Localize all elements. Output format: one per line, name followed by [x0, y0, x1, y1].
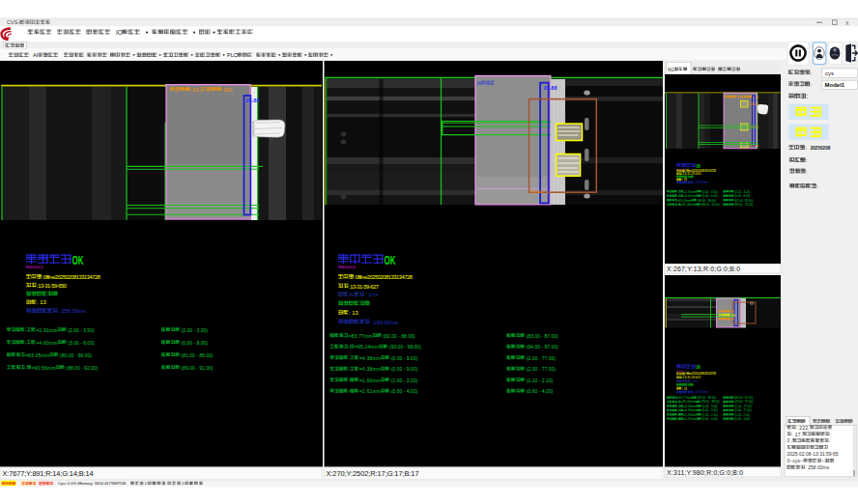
svg-text::(80.00 - 86.00): :(80.00 - 86.00)	[697, 199, 716, 203]
svg-text::(2.00 - 3.50): :(2.00 - 3.50)	[67, 327, 95, 333]
svg-text:: 13: : 13	[37, 299, 46, 305]
svg-text::: :	[829, 437, 830, 443]
svg-text:X:267;Y:13;R:0;G:0;B:0: X:267;Y:13;R:0;G:0;B:0	[667, 266, 740, 272]
svg-text::(3.00 - 6.00): :(3.00 - 6.00)	[67, 340, 95, 346]
svg-text:: 193.00ms: : 193.00ms	[370, 320, 398, 325]
svg-text:: 1ms: : 1ms	[365, 292, 379, 297]
svg-text:: 17,: : 17,	[791, 432, 802, 437]
svg-text::13-31-59-627: :13-31-59-627	[349, 284, 379, 290]
svg-text:OK: OK	[385, 253, 396, 266]
svg-text::(89.00 - 91.00): :(89.00 - 91.00)	[734, 203, 754, 207]
svg-text:X:7677;Y:891;R:14;G:14;B:14: X:7677;Y:891;R:14;G:14;B:14	[3, 469, 94, 478]
svg-text:=1.90mm: =1.90mm	[359, 378, 381, 383]
svg-text::93: :93	[736, 96, 741, 99]
svg-text:-: -	[677, 405, 678, 408]
svg-text:26.88: 26.88	[246, 98, 260, 103]
svg-text:NG:0;0;0: NG:0;0;0	[338, 265, 356, 269]
svg-text::(88.00 - 92.00): :(88.00 - 92.00)	[65, 365, 99, 371]
svg-text:26.88: 26.88	[544, 85, 558, 91]
svg-text:OK: OK	[697, 364, 701, 370]
svg-text::(3.00 - 6.00): :(3.00 - 6.00)	[701, 194, 718, 198]
svg-text::(0.00 - 9.00): :(0.00 - 9.00)	[390, 355, 418, 361]
svg-text::(2.00 - 77.00): :(2.00 - 77.00)	[734, 408, 752, 412]
svg-text:=95.24mm: =95.24mm	[355, 344, 379, 350]
svg-text::13-31-59-650: :13-31-59-650	[37, 283, 67, 289]
svg-text::(0.00 - 9.00): :(0.00 - 9.00)	[701, 408, 718, 412]
svg-text::(1.10 - 2.10): :(1.10 - 2.10)	[526, 378, 554, 383]
svg-text:AI: AI	[349, 292, 355, 297]
svg-text::(0.00 - 9.00): :(0.00 - 9.00)	[390, 366, 418, 372]
svg-text::(1.00 - 2.20): :(1.00 - 2.20)	[390, 378, 418, 383]
svg-text::(82.00 - 88.00): :(82.00 - 88.00)	[382, 333, 415, 339]
svg-text::(0.60 - 4.00): :(0.60 - 4.00)	[701, 417, 718, 421]
svg-text::(2.20 - 3.20): :(2.20 - 3.20)	[180, 327, 208, 333]
svg-text:-: -	[677, 408, 678, 412]
svg-text:-: -	[677, 417, 678, 421]
svg-text::(83.00 - 87.00): :(83.00 - 87.00)	[526, 333, 559, 339]
svg-text:=2.61mm: =2.61mm	[359, 388, 381, 394]
svg-text:=83.05mm: =83.05mm	[677, 199, 692, 203]
svg-text:: 258.00ms: : 258.00ms	[694, 181, 709, 184]
svg-text:AI: AI	[477, 80, 482, 86]
svg-text:=83.77mm: =83.77mm	[349, 333, 373, 339]
svg-text::(0.00 - 9.00): :(0.00 - 9.00)	[701, 405, 718, 408]
svg-text::(89.00 - 91.00): :(89.00 - 91.00)	[180, 365, 214, 371]
svg-text:: 13: : 13	[349, 310, 358, 316]
svg-text:: 258.00ms: : 258.00ms	[806, 464, 830, 470]
svg-text:=90.56mm: =90.56mm	[681, 203, 696, 207]
svg-text:143+0.5: 143+0.5	[750, 102, 759, 106]
svg-text:Model1: Model1	[825, 82, 845, 88]
svg-text::(1.10 - 2.10): :(1.10 - 2.10)	[734, 413, 751, 417]
svg-text::(83.00 - 87.00): :(83.00 - 87.00)	[734, 396, 754, 400]
svg-text:AI: AI	[33, 52, 39, 58]
svg-text:-: -	[677, 400, 678, 404]
svg-text::(82.00 - 88.00): :(82.00 - 88.00)	[697, 396, 716, 400]
svg-text:-: -	[677, 203, 678, 207]
svg-text:-: -	[677, 413, 678, 417]
svg-text::(93.00 - 98.00): :(93.00 - 98.00)	[701, 400, 720, 404]
svg-text:AI: AI	[682, 379, 685, 383]
svg-text::(0.60 - 4.00): :(0.60 - 4.00)	[734, 417, 751, 421]
svg-text:CVS-: CVS-	[7, 19, 20, 25]
svg-text:2025:02:08-13:31:59:65: 2025:02:08-13:31:59:65	[787, 451, 839, 457]
svg-text::(80.00 - 86.00): :(80.00 - 86.00)	[59, 352, 93, 358]
svg-text::: :	[830, 432, 831, 437]
svg-text::(0.00 - 8.00): :(0.00 - 8.00)	[734, 194, 751, 198]
svg-text:=2.91mm: =2.91mm	[36, 327, 57, 333]
svg-text:X:311;Y:980;R:0;G:0;B:0: X:311;Y:980;R:0;G:0;B:0	[667, 469, 743, 476]
svg-text:=83.77mm: =83.77mm	[677, 396, 692, 400]
svg-text:NG: NG	[668, 68, 674, 72]
svg-text:=4.38mm: =4.38mm	[359, 355, 381, 361]
svg-text::0ffline20250208133134728: :0ffline20250208133134728	[43, 274, 100, 280]
svg-text:cys: cys	[825, 70, 834, 76]
svg-text:=90.56mm: =90.56mm	[31, 365, 55, 371]
svg-text:OK: OK	[72, 253, 84, 266]
svg-text::(88.00 - 92.00): :(88.00 - 92.00)	[701, 203, 720, 207]
svg-text:x: x	[845, 19, 849, 26]
svg-text:=4.60mm: =4.60mm	[36, 340, 57, 346]
svg-text:1:: 1:	[182, 481, 186, 486]
svg-text::(2.00 - 77.00): :(2.00 - 77.00)	[526, 366, 557, 372]
svg-text::(1.00 - 2.20): :(1.00 - 2.20)	[701, 413, 718, 417]
svg-text:1:: 1:	[145, 481, 149, 486]
svg-text::(2.00 - 77.00): :(2.00 - 77.00)	[734, 405, 752, 408]
svg-text::(2.00 - 77.00): :(2.00 - 77.00)	[526, 355, 557, 361]
svg-text:=4.38mm: =4.38mm	[359, 366, 381, 372]
svg-text:=95.24mm: =95.24mm	[681, 400, 696, 404]
svg-text::(0.00 - 8.00): :(0.00 - 8.00)	[180, 340, 208, 346]
svg-text::0ffline20250208133134728: :0ffline20250208133134728	[355, 274, 413, 280]
svg-text:=2.61mm: =2.61mm	[684, 417, 698, 421]
svg-text::(0.60 - 4.00): :(0.60 - 4.00)	[390, 388, 418, 394]
svg-text:: 258.00ms: : 258.00ms	[58, 308, 86, 314]
svg-text::(2.20 - 3.20): :(2.20 - 3.20)	[734, 190, 751, 194]
svg-text:--: --	[821, 458, 825, 463]
svg-text:=1.90mm: =1.90mm	[684, 413, 698, 417]
svg-text:=4.38mm: =4.38mm	[684, 405, 698, 408]
svg-text::93,: :93,	[191, 87, 202, 93]
svg-text:Cpu: 0.0% Memory: 3424.4179687: Cpu: 0.0% Memory: 3424.41796875M	[58, 481, 126, 486]
svg-text::(93.00 - 98.00): :(93.00 - 98.00)	[388, 344, 422, 350]
svg-text:=83.05mm: =83.05mm	[25, 352, 49, 358]
svg-text::(81.00 - 85.00): :(81.00 - 85.00)	[180, 352, 214, 358]
svg-text:X:270;Y:2502;R:17;G:17;B:17: X:270;Y:2502;R:17;G:17;B:17	[327, 469, 419, 478]
svg-text:: 13: : 13	[682, 387, 687, 391]
